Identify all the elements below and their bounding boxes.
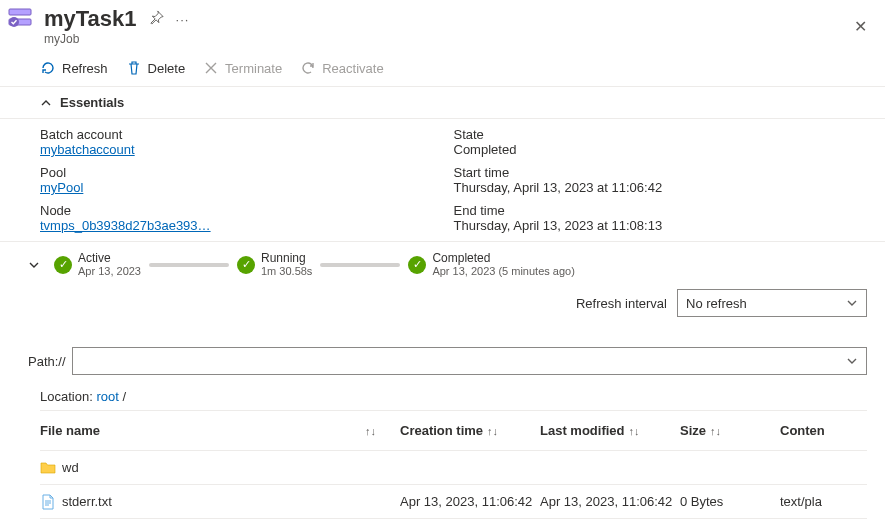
table-row[interactable]: stdout.txtApr 13, 2023, 11:06:42Apr 13, … xyxy=(40,519,867,523)
cell-ctime xyxy=(400,462,540,474)
breadcrumb-root[interactable]: root xyxy=(96,389,118,404)
table-row[interactable]: stderr.txtApr 13, 2023, 11:06:42Apr 13, … xyxy=(40,485,867,519)
subtitle: myJob xyxy=(44,32,854,46)
refresh-interval-value: No refresh xyxy=(686,296,747,311)
pool-link[interactable]: myPool xyxy=(40,180,83,195)
refresh-button[interactable]: Refresh xyxy=(40,60,108,76)
sort-icon[interactable]: ↑↓ xyxy=(365,425,376,437)
end-time-label: End time xyxy=(454,203,868,218)
sort-icon[interactable]: ↑↓ xyxy=(487,425,498,437)
cell-content xyxy=(780,462,867,474)
close-icon[interactable]: ✕ xyxy=(854,17,867,36)
col-content[interactable]: Conten xyxy=(780,423,825,438)
col-mtime[interactable]: Last modified xyxy=(540,423,625,438)
task-icon xyxy=(8,6,36,30)
check-icon: ✓ xyxy=(408,256,426,274)
table-row[interactable]: wd xyxy=(40,451,867,485)
state-value: Completed xyxy=(454,142,868,157)
cell-mtime xyxy=(540,462,680,474)
check-icon: ✓ xyxy=(54,256,72,274)
chevron-down-icon xyxy=(846,355,858,367)
table-header: File name↑↓ Creation time↑↓ Last modifie… xyxy=(40,411,867,451)
pool-label: Pool xyxy=(40,165,454,180)
file-table: File name↑↓ Creation time↑↓ Last modifie… xyxy=(40,410,867,523)
terminate-label: Terminate xyxy=(225,61,282,76)
col-size[interactable]: Size xyxy=(680,423,706,438)
file-name: stderr.txt xyxy=(62,494,112,509)
refresh-interval-dropdown[interactable]: No refresh xyxy=(677,289,867,317)
batch-account-link[interactable]: mybatchaccount xyxy=(40,142,135,157)
path-label: Path:// xyxy=(28,354,66,369)
refresh-interval-label: Refresh interval xyxy=(576,296,667,311)
delete-button[interactable]: Delete xyxy=(126,60,186,76)
cell-ctime: Apr 13, 2023, 11:06:42 xyxy=(400,488,540,515)
state-label: State xyxy=(454,127,868,142)
timeline-active: ✓ Active Apr 13, 2023 xyxy=(54,252,141,277)
chevron-down-icon xyxy=(846,297,858,309)
svg-rect-0 xyxy=(9,9,31,15)
sort-icon[interactable]: ↑↓ xyxy=(629,425,640,437)
toolbar: Refresh Delete Terminate Reactivate xyxy=(0,48,885,87)
start-time-label: Start time xyxy=(454,165,868,180)
chevron-up-icon xyxy=(40,97,52,109)
page-title: myTask1 xyxy=(44,6,137,32)
pin-icon[interactable] xyxy=(149,10,164,28)
batch-account-label: Batch account xyxy=(40,127,454,142)
check-icon: ✓ xyxy=(237,256,255,274)
essentials-grid: Batch account mybatchaccount Pool myPool… xyxy=(0,119,885,242)
breadcrumb: Location: root / xyxy=(0,385,885,410)
reactivate-label: Reactivate xyxy=(322,61,383,76)
path-input[interactable] xyxy=(72,347,867,375)
node-label: Node xyxy=(40,203,454,218)
timeline-running: ✓ Running 1m 30.58s xyxy=(237,252,312,277)
col-name[interactable]: File name xyxy=(40,423,100,438)
delete-label: Delete xyxy=(148,61,186,76)
end-time-value: Thursday, April 13, 2023 at 11:08:13 xyxy=(454,218,868,233)
sort-icon[interactable]: ↑↓ xyxy=(710,425,721,437)
file-name: wd xyxy=(62,460,79,475)
timeline-completed: ✓ Completed Apr 13, 2023 (5 minutes ago) xyxy=(408,252,574,277)
col-ctime[interactable]: Creation time xyxy=(400,423,483,438)
terminate-button: Terminate xyxy=(203,60,282,76)
essentials-header: Essentials xyxy=(60,95,124,110)
cell-size xyxy=(680,462,780,474)
cell-mtime: Apr 13, 2023, 11:06:42 xyxy=(540,488,680,515)
reactivate-button: Reactivate xyxy=(300,60,383,76)
start-time-value: Thursday, April 13, 2023 at 11:06:42 xyxy=(454,180,868,195)
cell-size: 0 Bytes xyxy=(680,488,780,515)
more-icon[interactable]: ··· xyxy=(176,12,190,27)
timeline: ✓ Active Apr 13, 2023 ✓ Running 1m 30.58… xyxy=(0,242,885,285)
node-link[interactable]: tvmps_0b3938d27b3ae393… xyxy=(40,218,211,233)
cell-content: text/pla xyxy=(780,488,867,515)
essentials-toggle[interactable]: Essentials xyxy=(0,87,885,119)
refresh-label: Refresh xyxy=(62,61,108,76)
chevron-down-icon[interactable] xyxy=(28,259,40,271)
